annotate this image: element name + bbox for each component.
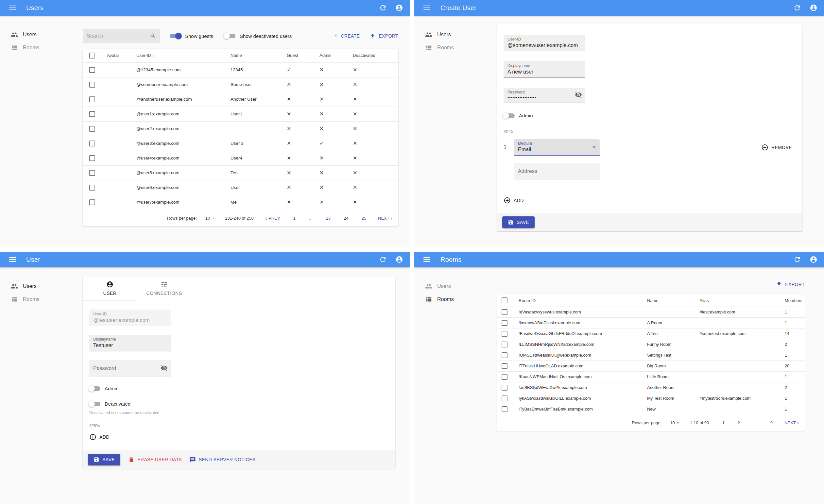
sidebar-item-users[interactable]: Users — [414, 280, 497, 293]
save-button[interactable]: SAVE — [502, 216, 535, 228]
refresh-icon[interactable] — [793, 256, 801, 263]
table-row[interactable]: !KuasNWEMasdHasLOs:example.comLittle Roo… — [497, 371, 805, 382]
sidebar-item-rooms[interactable]: Rooms — [0, 293, 83, 306]
prev-button[interactable]: ‹ PREV — [266, 215, 280, 221]
add-button[interactable]: ADD — [504, 197, 524, 204]
row-checkbox[interactable] — [89, 111, 95, 117]
table-row[interactable]: @anotheruser:example.comAnother User✕✕✕ — [83, 92, 398, 107]
deactivated-toggle[interactable] — [89, 402, 100, 406]
remove-button[interactable]: REMOVE — [761, 144, 792, 151]
refresh-icon[interactable] — [379, 256, 387, 263]
visibility-off-icon[interactable] — [575, 91, 582, 100]
tab-connections[interactable]: CONNECTIONS — [137, 276, 191, 300]
visibility-off-icon[interactable] — [161, 364, 168, 373]
row-checkbox[interactable] — [502, 309, 508, 315]
row-checkbox[interactable] — [89, 185, 95, 191]
row-checkbox[interactable] — [502, 395, 508, 401]
col-header-alias[interactable]: Alias — [694, 294, 780, 306]
table-row[interactable]: !FasdweDssccaGLdsFRddsOl:example.comA Te… — [497, 328, 805, 339]
row-checkbox[interactable] — [502, 331, 508, 337]
select-all-checkbox[interactable] — [502, 297, 508, 303]
user-id-field[interactable]: User-ID @somenewuser:example.com — [504, 35, 585, 51]
refresh-icon[interactable] — [793, 4, 801, 12]
displayname-field[interactable]: Displayname Testuser — [89, 335, 171, 351]
sidebar-item-rooms[interactable]: Rooms — [0, 41, 83, 54]
next-button[interactable]: NEXT › — [785, 420, 799, 425]
row-checkbox[interactable] — [89, 126, 95, 132]
add-button[interactable]: ADD — [89, 433, 110, 440]
table-row[interactable]: @12345:example.com12345✓✕✕ — [83, 62, 398, 77]
row-checkbox[interactable] — [502, 342, 508, 348]
col-header-name[interactable]: Name — [225, 49, 282, 62]
table-row[interactable]: !lasmnwASmDllasi:example.comA Room1 — [497, 318, 805, 328]
next-button[interactable]: NEXT › — [378, 215, 392, 221]
row-checkbox[interactable] — [89, 170, 95, 176]
page-button-23[interactable]: 23 — [326, 216, 331, 221]
row-checkbox[interactable] — [502, 363, 508, 369]
row-checkbox[interactable] — [502, 374, 508, 380]
account-icon[interactable] — [810, 4, 817, 12]
page-button-2[interactable]: 2 — [738, 420, 740, 425]
row-checkbox[interactable] — [89, 96, 95, 102]
table-row[interactable]: !asSBSlsdWEvaXwPk:example.comAnother Roo… — [497, 382, 805, 393]
tab-user[interactable]: USER — [83, 276, 137, 300]
displayname-field[interactable]: Displayname A new user — [504, 61, 585, 78]
row-checkbox[interactable] — [502, 385, 508, 391]
row-checkbox[interactable] — [502, 352, 508, 358]
table-row[interactable]: !OMSDsdweassIlUUjjwe:example.comSettings… — [497, 350, 805, 361]
account-icon[interactable] — [810, 256, 817, 263]
address-field[interactable] — [514, 163, 600, 180]
page-button-25[interactable]: 25 — [362, 216, 366, 221]
menu-icon[interactable] — [423, 257, 430, 262]
col-header-room-id[interactable]: Room-ID — [513, 294, 642, 306]
row-checkbox[interactable] — [502, 406, 508, 412]
table-row[interactable]: !LLIMSSNHrhRjsdWNXsd:example.comFunny Ro… — [497, 339, 805, 350]
rows-per-page-select[interactable]: 10 ▾ — [670, 420, 679, 425]
password-field[interactable]: Password — [89, 360, 171, 377]
sidebar-item-rooms[interactable]: Rooms — [414, 293, 497, 306]
page-button-1[interactable]: 1 — [293, 216, 295, 221]
search-field[interactable] — [83, 29, 160, 43]
row-checkbox[interactable] — [89, 141, 95, 146]
create-button[interactable]: + CREATE — [334, 32, 360, 39]
table-row[interactable]: @user2:example.com✕✕✕ — [83, 121, 398, 136]
table-row[interactable]: @user1:example.comUser1✕✕✕ — [83, 107, 398, 121]
sidebar-item-users[interactable]: Users — [0, 28, 83, 41]
send-server-notices-button[interactable]: SEND SERVER NOTICES — [190, 457, 256, 463]
export-button[interactable]: EXPORT — [370, 33, 398, 39]
menu-icon[interactable] — [423, 6, 430, 10]
show-guests-toggle[interactable] — [170, 34, 181, 38]
menu-icon[interactable] — [9, 257, 16, 262]
col-header-user-id[interactable]: User-ID↑ — [131, 49, 225, 62]
sidebar-item-users[interactable]: Users — [414, 28, 497, 41]
sidebar-item-rooms[interactable]: Rooms — [414, 41, 497, 54]
table-row[interactable]: !eVasdacvxysewus:example.com#test:exampl… — [497, 306, 805, 318]
save-button[interactable]: SAVE — [88, 454, 120, 466]
erase-user-data-button[interactable]: ERASE USER DATA — [128, 457, 182, 463]
row-checkbox[interactable] — [89, 200, 95, 205]
table-row[interactable]: @user4:example.comUser4✕✕✕ — [83, 151, 398, 165]
table-row[interactable]: @someuser:example.comSome user✕✕✕ — [83, 77, 398, 92]
table-row[interactable]: @user5:example.comTest✕✕✕ — [83, 165, 398, 180]
search-input[interactable] — [87, 33, 150, 39]
menu-icon[interactable] — [9, 6, 16, 10]
account-icon[interactable] — [395, 4, 403, 12]
col-header-name[interactable]: Name — [642, 294, 694, 306]
show-deactivated-toggle[interactable] — [224, 34, 235, 38]
export-button[interactable]: EXPORT — [776, 281, 805, 287]
row-checkbox[interactable] — [89, 67, 95, 73]
password-field[interactable]: Password ••••••••••••••••• — [504, 88, 585, 103]
table-row[interactable]: @user7:example.comMe✕✕✕ — [83, 195, 398, 210]
page-button-9[interactable]: 9 — [770, 420, 772, 425]
address-input[interactable] — [518, 168, 596, 174]
admin-toggle[interactable] — [89, 386, 100, 391]
row-checkbox[interactable] — [89, 155, 95, 161]
admin-toggle[interactable] — [504, 113, 515, 118]
refresh-icon[interactable] — [379, 4, 387, 12]
table-row[interactable]: !TyBasDmweIJdfFaeBmk:example.comNew1 — [497, 404, 805, 414]
col-header-members[interactable]: Members — [780, 294, 805, 306]
row-checkbox[interactable] — [502, 320, 508, 326]
rows-per-page-select[interactable]: 10 ▾ — [205, 216, 214, 221]
row-checkbox[interactable] — [89, 82, 95, 88]
select-all-checkbox[interactable] — [89, 52, 95, 58]
